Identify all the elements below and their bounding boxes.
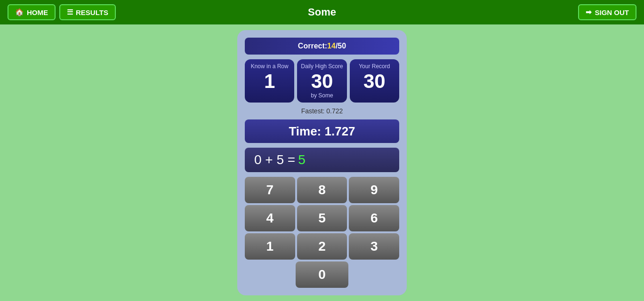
signout-icon: ➡ <box>586 8 592 16</box>
fastest-text: Fastest: 0.722 <box>245 107 399 115</box>
home-icon: 🏠 <box>15 8 24 16</box>
key-1[interactable]: 1 <box>245 233 295 260</box>
key-6[interactable]: 6 <box>349 205 399 231</box>
key-9[interactable]: 9 <box>349 177 399 203</box>
home-label: HOME <box>27 8 48 16</box>
main-content: Correct: 14 / 50 Know in a Row 1 Daily H… <box>0 24 644 301</box>
results-label: RESULTS <box>76 8 108 16</box>
key-7[interactable]: 7 <box>245 177 295 203</box>
home-button[interactable]: 🏠 HOME <box>8 4 56 20</box>
time-display: Time: 1.727 <box>289 124 355 139</box>
keypad: 7 8 9 4 5 6 1 2 3 0 <box>245 177 399 288</box>
daily-high-label: Daily High Score <box>301 63 343 70</box>
record-box: Your Record 30 <box>350 59 399 103</box>
stats-row: Know in a Row 1 Daily High Score 30 by S… <box>245 59 399 103</box>
key-8[interactable]: 8 <box>297 177 347 203</box>
nav-left: 🏠 HOME ☰ RESULTS <box>8 4 116 20</box>
record-value: 30 <box>363 71 386 91</box>
navbar: 🏠 HOME ☰ RESULTS Some ➡ SIGN OUT <box>0 0 644 24</box>
keypad-row-2: 4 5 6 <box>245 205 399 231</box>
key-3[interactable]: 3 <box>349 233 399 260</box>
key-0[interactable]: 0 <box>296 261 348 288</box>
correct-value: 14 <box>327 42 336 50</box>
results-button[interactable]: ☰ RESULTS <box>59 4 116 20</box>
timer-bar: Time: 1.727 <box>245 119 399 143</box>
page-title: Some <box>308 6 336 18</box>
know-in-row-box: Know in a Row 1 <box>245 59 294 103</box>
equation-bar: 0 + 5 = 5 <box>245 148 399 172</box>
key-4[interactable]: 4 <box>245 205 295 231</box>
equation-text: 0 + 5 = <box>254 152 295 167</box>
record-label: Your Record <box>359 63 390 70</box>
daily-high-by: by Some <box>311 92 333 99</box>
correct-bar: Correct: 14 / 50 <box>245 38 399 55</box>
key-5[interactable]: 5 <box>297 205 347 231</box>
daily-high-value: 30 <box>311 71 333 91</box>
correct-label: Correct: <box>298 42 327 50</box>
game-card: Correct: 14 / 50 Know in a Row 1 Daily H… <box>237 30 407 295</box>
know-in-row-value: 1 <box>264 71 275 91</box>
keypad-row-3: 1 2 3 <box>245 233 399 260</box>
signout-label: SIGN OUT <box>595 8 629 16</box>
signout-button[interactable]: ➡ SIGN OUT <box>578 4 636 20</box>
keypad-row-1: 7 8 9 <box>245 177 399 203</box>
answer-display: 5 <box>298 152 306 167</box>
results-icon: ☰ <box>67 8 73 16</box>
key-2[interactable]: 2 <box>297 233 347 260</box>
correct-total: 50 <box>338 42 346 50</box>
know-in-row-label: Know in a Row <box>251 63 289 70</box>
keypad-row-zero: 0 <box>245 261 399 288</box>
daily-high-box: Daily High Score 30 by Some <box>297 59 346 103</box>
